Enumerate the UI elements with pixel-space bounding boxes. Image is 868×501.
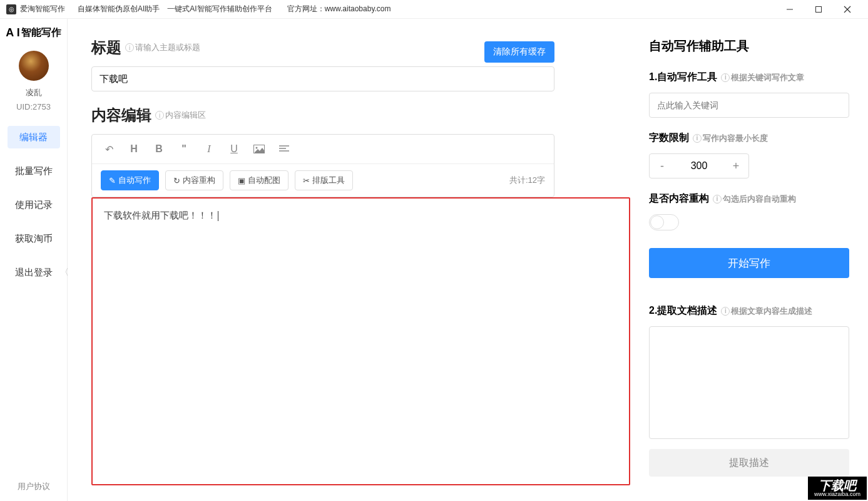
layout-icon: ✂	[303, 176, 310, 185]
start-write-button[interactable]: 开始写作	[649, 248, 849, 278]
user-agreement-link[interactable]: 用户协议	[18, 481, 50, 501]
logo-ai-icon: A I	[6, 26, 19, 39]
picture-icon: ▣	[238, 176, 245, 185]
nav-batch[interactable]: 批量写作	[8, 160, 60, 182]
toggle-knob	[650, 215, 664, 229]
right-panel-title: 自动写作辅助工具	[649, 38, 849, 54]
extract-desc-button[interactable]: 提取描述	[649, 449, 849, 477]
content-label: 内容编辑	[91, 105, 151, 125]
maximize-button[interactable]	[804, 0, 833, 19]
nav-editor[interactable]: 编辑器	[8, 126, 60, 148]
info-icon: i	[693, 134, 702, 143]
sec1-title: 1.自动写作工具	[649, 71, 717, 84]
content-editor[interactable]: 下载软件就用下载吧！！！	[91, 197, 630, 485]
restruct-toggle[interactable]	[649, 214, 679, 230]
auto-image-button[interactable]: ▣自动配图	[230, 170, 288, 190]
quote-icon[interactable]: "	[176, 141, 192, 157]
title-hint: i请输入主题或标题	[125, 42, 200, 53]
auto-write-button[interactable]: ✎自动写作	[101, 170, 159, 190]
app-subtitle: 自媒体智能伪原创AI助手 一键式AI智能写作辅助创作平台 官方网址：www.ai…	[78, 4, 391, 14]
info-icon: i	[155, 111, 164, 120]
heading-icon[interactable]: H	[126, 141, 142, 157]
svg-rect-1	[816, 6, 822, 12]
layout-button[interactable]: ✂排版工具	[295, 170, 353, 190]
nav-history[interactable]: 使用记录	[8, 194, 60, 216]
close-button[interactable]	[833, 0, 862, 19]
minimize-button[interactable]	[775, 0, 804, 19]
stepper-minus[interactable]: -	[650, 154, 675, 178]
image-icon[interactable]	[251, 141, 267, 157]
sidebar-logo: A I 智能写作	[6, 23, 61, 47]
watermark-main: 下载吧	[819, 479, 856, 492]
title-label: 标题	[91, 38, 121, 58]
svg-point-5	[256, 147, 258, 149]
content-text: 下载软件就用下载吧！！！	[104, 210, 218, 220]
clear-cache-button[interactable]: 清除所有缓存	[484, 41, 554, 63]
sec2-title: 2.提取文档描述	[649, 304, 717, 318]
info-icon: i	[125, 43, 134, 52]
word-count: 共计:12字	[509, 175, 545, 186]
undo-icon[interactable]: ↶	[101, 141, 117, 157]
title-input[interactable]	[91, 66, 554, 91]
nav-coins[interactable]: 获取淘币	[8, 227, 60, 250]
content-hint: i内容编辑区	[155, 110, 206, 121]
wordlimit-hint: i写作内容最小长度	[693, 133, 768, 144]
info-icon: i	[713, 195, 722, 204]
info-icon: i	[721, 73, 730, 82]
wordlimit-stepper[interactable]: - 300 +	[649, 153, 749, 178]
avatar[interactable]	[19, 51, 49, 81]
pencil-icon: ✎	[109, 176, 116, 185]
restruct-label: 是否内容重构	[649, 192, 709, 205]
nav-logout[interactable]: 退出登录〈	[8, 261, 60, 284]
app-title: 爱淘智能写作	[20, 4, 65, 14]
restruct-hint: i勾选后内容自动重构	[713, 194, 796, 205]
align-icon[interactable]	[276, 141, 292, 157]
username: 凌乱	[26, 87, 42, 98]
info-icon: i	[721, 307, 730, 316]
logo-text: 智能写作	[21, 26, 61, 39]
watermark: 下载吧 www.xiazaiba.com	[808, 477, 867, 500]
user-id: UID:2753	[16, 102, 51, 111]
sec1-hint: i根据关键词写作文章	[721, 72, 804, 83]
keyword-input[interactable]	[649, 93, 849, 118]
bold-icon[interactable]: B	[151, 141, 167, 157]
description-box[interactable]	[649, 326, 849, 439]
watermark-sub: www.xiazaiba.com	[814, 492, 860, 497]
italic-icon[interactable]: I	[201, 141, 217, 157]
wordlimit-label: 字数限制	[649, 132, 689, 145]
stepper-plus[interactable]: +	[723, 154, 748, 178]
refresh-icon: ↻	[173, 176, 180, 185]
sec2-hint: i根据文章内容生成描述	[721, 306, 812, 317]
chevron-left-icon: 〈	[60, 267, 69, 278]
app-icon: ◎	[6, 4, 16, 14]
restruct-button[interactable]: ↻内容重构	[165, 170, 223, 190]
stepper-value: 300	[675, 160, 723, 172]
underline-icon[interactable]: U	[226, 141, 242, 157]
nav-logout-label: 退出登录	[15, 267, 53, 279]
